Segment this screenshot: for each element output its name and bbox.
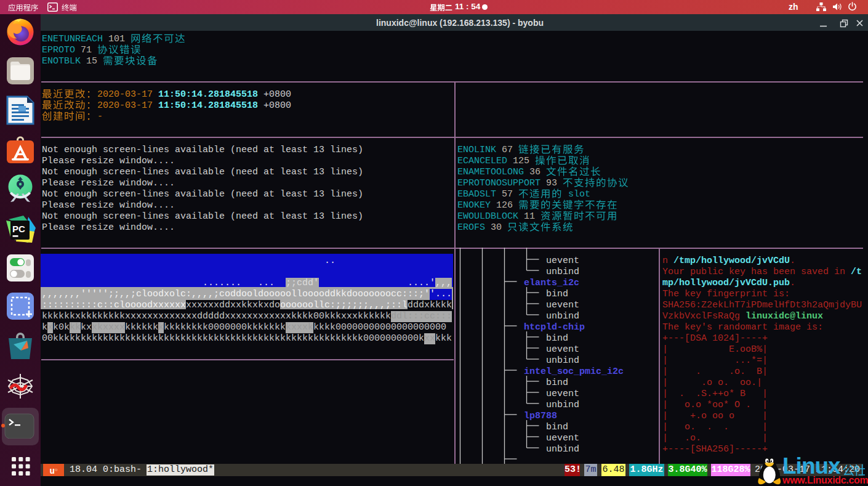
svg-text:PC: PC [12, 224, 25, 234]
